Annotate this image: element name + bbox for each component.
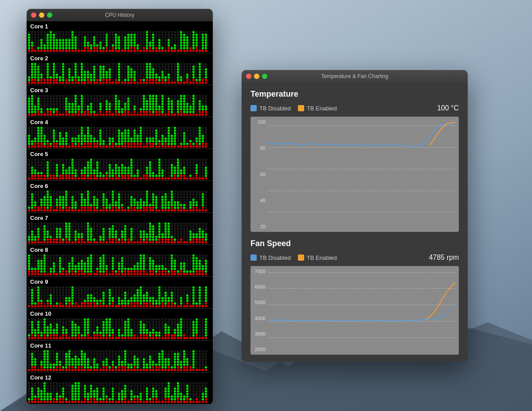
bar-segment <box>205 398 207 400</box>
bar-segment <box>96 71 98 73</box>
bar-segment <box>202 127 204 129</box>
bar-segment <box>53 98 55 100</box>
close-button[interactable] <box>31 12 36 18</box>
bar-segment <box>106 265 108 267</box>
maximize-button[interactable] <box>47 12 52 18</box>
bar-segment <box>74 74 77 76</box>
bar-segment <box>186 273 188 275</box>
bar-segment <box>34 145 36 148</box>
bar-segment <box>133 353 136 355</box>
bar-segment <box>183 241 185 243</box>
bar-segment <box>47 71 49 73</box>
bar-segment <box>68 361 70 363</box>
bar-segment <box>106 270 108 273</box>
bar-segment <box>143 161 145 164</box>
bar-segment <box>31 76 33 78</box>
bar-column <box>189 254 192 275</box>
tf-maximize-button[interactable] <box>262 74 267 79</box>
bar-segment <box>43 169 46 172</box>
bar-column <box>59 95 61 116</box>
bar-segment <box>177 262 179 265</box>
bar-segment <box>152 225 154 227</box>
bar-segment <box>189 388 192 390</box>
bar-segment <box>199 369 201 371</box>
bar-segment <box>146 111 148 113</box>
bar-segment <box>205 361 207 363</box>
bar-segment <box>65 209 67 211</box>
tf-minimize-button[interactable] <box>254 74 259 79</box>
bar-segment <box>183 140 185 142</box>
bar-segment <box>50 350 52 352</box>
bar-segment <box>202 390 204 392</box>
bar-segment <box>149 292 151 294</box>
bar-segment <box>74 398 77 400</box>
bar-column <box>195 254 198 275</box>
bar-segment <box>112 262 114 265</box>
bar-segment <box>99 114 102 116</box>
bar-column <box>105 223 108 243</box>
bar-column <box>195 31 198 52</box>
bar-segment <box>53 337 55 339</box>
bar-segment <box>109 364 111 366</box>
bar-segment <box>180 350 182 352</box>
bar-segment <box>158 390 160 392</box>
bar-segment <box>28 239 30 241</box>
bar-segment <box>62 364 64 366</box>
bar-segment <box>133 228 136 230</box>
bar-segment <box>93 300 95 302</box>
bar-segment <box>177 294 179 297</box>
bar-segment <box>180 140 182 142</box>
bar-segment <box>106 63 108 65</box>
bar-segment <box>68 233 70 235</box>
bar-segment <box>81 260 83 262</box>
bar-segment <box>152 385 154 387</box>
bar-segment <box>124 356 126 358</box>
bar-segment <box>112 366 114 368</box>
bar-segment <box>56 364 58 366</box>
bar-segment <box>93 42 95 44</box>
bar-segment <box>56 321 58 323</box>
bar-segment <box>56 209 58 211</box>
bar-segment <box>90 76 92 78</box>
bar-column <box>195 286 198 307</box>
bar-segment <box>124 385 126 387</box>
bar-segment <box>71 329 74 331</box>
bar-segment <box>137 395 139 398</box>
bar-segment <box>174 388 176 390</box>
bar-segment <box>174 191 176 193</box>
bar-segment <box>183 270 185 273</box>
minimize-button[interactable] <box>39 12 44 18</box>
bar-column <box>71 63 74 84</box>
bar-segment <box>96 388 98 390</box>
tf-close-button[interactable] <box>246 74 251 79</box>
bar-column <box>201 382 204 403</box>
bar-segment <box>118 76 120 78</box>
bar-segment <box>47 95 49 97</box>
bar-column <box>99 95 102 116</box>
bar-segment <box>106 111 108 113</box>
bar-segment <box>115 398 117 400</box>
bar-segment <box>130 292 133 294</box>
bar-segment <box>62 44 64 47</box>
bar-segment <box>202 114 204 116</box>
bar-segment <box>155 297 157 299</box>
bar-segment <box>164 71 167 73</box>
bar-segment <box>189 324 192 326</box>
bar-segment <box>189 329 192 331</box>
bar-segment <box>189 95 192 97</box>
bar-segment <box>43 366 46 368</box>
bar-segment <box>186 265 188 267</box>
bar-segment <box>205 356 207 358</box>
bar-segment <box>192 34 195 36</box>
bar-segment <box>62 82 64 84</box>
bar-segment <box>171 66 173 68</box>
bar-segment <box>137 145 139 148</box>
bar-segment <box>174 358 176 360</box>
bar-segment <box>84 108 86 110</box>
bar-column <box>111 382 114 403</box>
bar-segment <box>196 329 198 331</box>
bar-segment <box>47 196 49 198</box>
bar-column <box>99 350 102 371</box>
bar-segment <box>106 207 108 209</box>
bar-column <box>204 159 207 180</box>
